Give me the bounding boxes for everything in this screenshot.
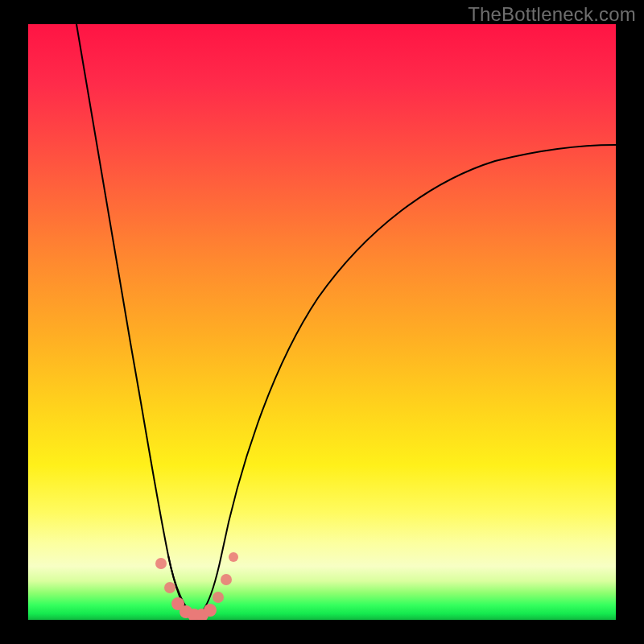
watermark-text: TheBottleneck.com bbox=[468, 3, 636, 26]
marker-dot bbox=[229, 552, 238, 562]
curve-right-branch bbox=[221, 145, 616, 555]
marker-group bbox=[155, 552, 238, 620]
marker-dot bbox=[155, 558, 167, 569]
curve-svg bbox=[28, 24, 616, 620]
chart-frame: TheBottleneck.com bbox=[0, 0, 644, 644]
curve-left-branch bbox=[76, 24, 195, 614]
marker-dot bbox=[164, 582, 175, 593]
marker-dot bbox=[213, 592, 224, 603]
marker-dot bbox=[204, 604, 217, 617]
marker-dot bbox=[221, 574, 232, 585]
plot-area bbox=[28, 24, 616, 620]
